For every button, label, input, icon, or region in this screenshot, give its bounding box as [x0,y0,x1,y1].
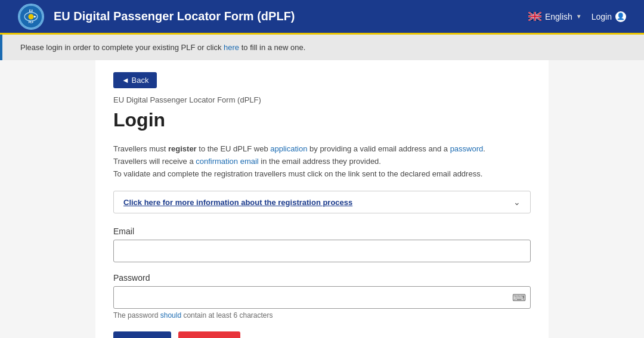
email-input[interactable] [113,240,531,262]
password-hint: The password should contain at least 6 c… [113,311,531,320]
email-group: Email [113,227,531,262]
alert-text-before: Please login in order to complete your e… [20,43,224,52]
register-bold: register [168,144,197,153]
info-accordion[interactable]: Click here for more information about th… [113,191,531,213]
login-nav-label: Login [592,12,612,21]
password-toggle-icon[interactable]: ⌨ [512,292,526,303]
password-group: Password ⌨ The password should contain a… [113,273,531,320]
register-button[interactable]: Register [178,331,240,338]
svg-text:PLF: PLF [29,20,34,23]
main-content: ◄ Back EU Digital Passenger Locator Form… [95,60,549,338]
login-nav-link[interactable]: Login 👤 [592,11,626,22]
password-link[interactable]: password [450,144,484,153]
password-label: Password [113,273,531,283]
login-button[interactable]: Login [113,331,171,338]
application-link[interactable]: application [270,144,307,153]
chevron-down-icon: ⌄ [513,197,521,207]
user-icon: 👤 [615,11,626,22]
breadcrumb: EU Digital Passenger Locator Form (dPLF) [113,95,531,104]
language-label: English [545,12,572,21]
form-actions: Login Register Reset Password [113,331,531,338]
svg-text:EU: EU [29,9,33,12]
chevron-down-icon: ▼ [576,13,582,20]
header-right: English ▼ Login 👤 [528,11,626,22]
logo-circle: EU PLF [18,4,44,30]
password-input[interactable] [113,286,531,309]
page-title: Login [113,109,531,131]
accordion-label: Click here for more information about th… [123,198,352,207]
description: Travellers must register to the EU dPLF … [113,143,531,180]
header-title: EU Digital Passenger Locator Form (dPLF) [54,10,528,23]
back-button[interactable]: ◄ Back [113,72,157,88]
should-link[interactable]: should [160,311,181,320]
alert-text-after: to fill in a new one. [239,43,305,52]
alert-link[interactable]: here [224,43,239,52]
app-header: EU PLF EU Digital Passenger Locator Form… [0,0,644,35]
email-label: Email [113,227,531,236]
alert-banner: Please login in order to complete your e… [0,35,644,60]
logo: EU PLF [18,4,44,30]
language-selector[interactable]: English ▼ [528,12,582,21]
confirmation-link[interactable]: confirmation email [196,157,259,166]
password-wrapper: ⌨ [113,286,531,309]
flag-icon [528,12,541,21]
svg-point-2 [28,14,33,19]
